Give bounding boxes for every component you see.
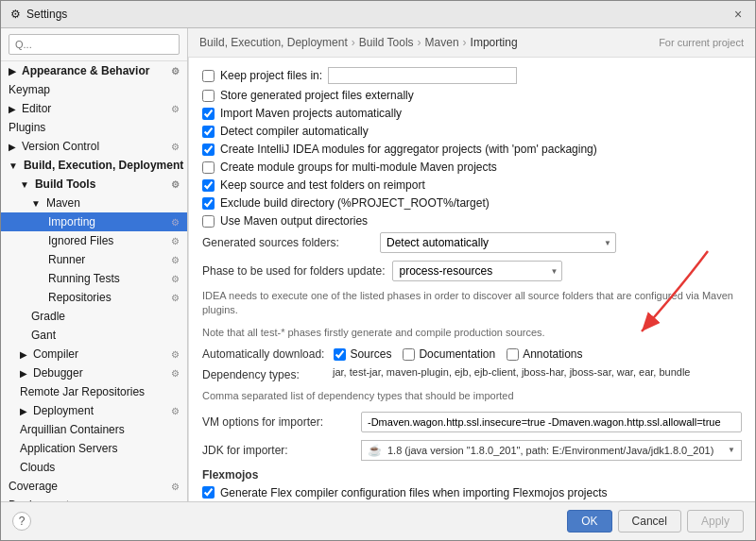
expand-arrow: ▶ bbox=[20, 368, 27, 379]
sidebar-item-importing[interactable]: Importing ⚙ bbox=[1, 212, 187, 231]
sidebar-item-app-servers[interactable]: Application Servers bbox=[1, 439, 187, 458]
sidebar-item-label: Build Tools bbox=[35, 178, 95, 191]
settings-icon: ⚙ bbox=[171, 236, 180, 246]
sidebar-item-label: Compiler bbox=[33, 347, 78, 361]
search-input[interactable] bbox=[9, 34, 180, 55]
sidebar-item-remote-jar[interactable]: Remote Jar Repositories bbox=[1, 382, 187, 401]
sidebar-item-label: Build, Execution, Deployment bbox=[24, 159, 183, 172]
bottom-bar: ? OK Cancel Apply bbox=[1, 501, 755, 540]
sidebar-item-editor[interactable]: ▶ Editor ⚙ bbox=[1, 99, 187, 118]
sidebar-item-label: Version Control bbox=[22, 140, 99, 153]
settings-icon: ⚙ bbox=[171, 293, 180, 303]
option-use-maven-output: Use Maven output directories bbox=[202, 214, 742, 228]
ok-button[interactable]: OK bbox=[567, 510, 611, 533]
keep-source-label: Keep source and test folders on reimport bbox=[220, 178, 425, 192]
dialog-title: Settings bbox=[26, 8, 67, 21]
sidebar-item-build-tools[interactable]: ▼ Build Tools ⚙ bbox=[1, 175, 187, 194]
settings-icon: ⚙ bbox=[171, 406, 180, 416]
breadcrumb-part2: Build Tools bbox=[359, 36, 414, 49]
sources-checkbox[interactable] bbox=[334, 348, 346, 361]
sidebar-item-debugger[interactable]: ▶ Debugger ⚙ bbox=[1, 363, 187, 382]
sources-checkbox-item: Sources bbox=[334, 347, 391, 361]
annotations-checkbox-item: Annotations bbox=[507, 347, 582, 361]
sidebar-item-arquillian[interactable]: Arquillian Containers bbox=[1, 420, 187, 439]
store-generated-checkbox[interactable] bbox=[202, 90, 215, 102]
flexmojos-title: Flexmojos bbox=[202, 468, 742, 482]
sidebar-item-label: Ignored Files bbox=[48, 234, 113, 247]
sidebar-item-gant[interactable]: Gant bbox=[1, 326, 187, 345]
sidebar-item-maven[interactable]: ▼ Maven bbox=[1, 194, 187, 212]
annotations-checkbox[interactable] bbox=[507, 348, 519, 361]
sidebar-item-clouds[interactable]: Clouds bbox=[1, 458, 187, 477]
documentation-checkbox[interactable] bbox=[403, 348, 415, 361]
jdk-icon: ☕ bbox=[368, 444, 382, 457]
detect-compiler-checkbox[interactable] bbox=[202, 126, 215, 138]
keep-project-files-label: Keep project files in: bbox=[220, 69, 322, 82]
flexmojos-checkbox[interactable] bbox=[202, 486, 215, 499]
option-keep-project-files: Keep project files in: bbox=[202, 67, 742, 84]
phase-select[interactable]: process-resources generate-resources com… bbox=[392, 261, 562, 281]
generated-sources-select[interactable]: Detect automatically target/generated-so… bbox=[380, 232, 616, 253]
exclude-build-checkbox[interactable] bbox=[202, 197, 215, 210]
expand-arrow: ▼ bbox=[9, 161, 18, 171]
close-button[interactable]: × bbox=[730, 7, 746, 22]
help-button[interactable]: ? bbox=[12, 512, 31, 531]
sidebar-item-compiler[interactable]: ▶ Compiler ⚙ bbox=[1, 345, 187, 363]
settings-icon: ⚙ bbox=[10, 8, 21, 21]
import-maven-checkbox[interactable] bbox=[202, 108, 215, 120]
sidebar-item-label: Remote Jar Repositories bbox=[20, 385, 145, 398]
content-area: Keep project files in: Store generated p… bbox=[188, 58, 755, 501]
sidebar-item-gradle[interactable]: Gradle bbox=[1, 307, 187, 326]
flexmojos-option: Generate Flex compiler configuration fil… bbox=[202, 486, 742, 499]
sidebar-item-label: Importing bbox=[48, 215, 95, 228]
create-intellij-checkbox[interactable] bbox=[202, 144, 215, 156]
sidebar-item-coverage[interactable]: Coverage ⚙ bbox=[1, 477, 187, 496]
breadcrumb-part3: Maven bbox=[425, 36, 459, 49]
expand-arrow: ▼ bbox=[31, 198, 41, 209]
sidebar-item-keymap[interactable]: Keymap bbox=[1, 80, 187, 99]
breadcrumb-part1: Build, Execution, Deployment bbox=[199, 36, 348, 49]
use-maven-output-checkbox[interactable] bbox=[202, 215, 215, 228]
vm-options-input[interactable] bbox=[361, 412, 742, 432]
documentation-checkbox-item: Documentation bbox=[403, 347, 495, 361]
sidebar-search-container bbox=[1, 28, 187, 61]
sidebar-item-running-tests[interactable]: Running Tests ⚙ bbox=[1, 269, 187, 288]
phase-update-label: Phase to be used for folders update: bbox=[202, 264, 385, 278]
auto-download-checkboxes: Sources Documentation Annotations bbox=[334, 347, 582, 361]
sidebar-item-appearance[interactable]: ▶ Appearance & Behavior ⚙ bbox=[1, 61, 187, 80]
sidebar-item-label: Appearance & Behavior bbox=[22, 64, 149, 77]
breadcrumb: Build, Execution, Deployment › Build Too… bbox=[199, 36, 518, 49]
sidebar-item-label: Repositories bbox=[48, 291, 112, 304]
cancel-button[interactable]: Cancel bbox=[618, 510, 681, 533]
sidebar: ▶ Appearance & Behavior ⚙ Keymap ▶ Edito… bbox=[1, 28, 188, 501]
settings-icon: ⚙ bbox=[171, 482, 180, 492]
sidebar-item-ignored-files[interactable]: Ignored Files ⚙ bbox=[1, 231, 187, 250]
project-link: For current project bbox=[659, 37, 744, 48]
create-module-groups-checkbox[interactable] bbox=[202, 161, 215, 174]
keep-project-files-checkbox[interactable] bbox=[202, 70, 215, 82]
hint-text-1: IDEA needs to execute one of the listed … bbox=[202, 289, 742, 318]
sidebar-item-plugins[interactable]: Plugins bbox=[1, 118, 187, 137]
expand-arrow: ▶ bbox=[20, 349, 27, 360]
settings-icon: ⚙ bbox=[171, 66, 180, 76]
flexmojos-label: Generate Flex compiler configuration fil… bbox=[220, 486, 608, 499]
sidebar-item-label: Coverage bbox=[9, 480, 58, 493]
keep-source-checkbox[interactable] bbox=[202, 179, 215, 192]
option-create-module-groups: Create module groups for multi-module Ma… bbox=[202, 161, 742, 174]
sidebar-item-build-exec[interactable]: ▼ Build, Execution, Deployment bbox=[1, 156, 187, 175]
settings-icon: ⚙ bbox=[171, 349, 180, 360]
apply-button[interactable]: Apply bbox=[687, 510, 744, 533]
breadcrumb-bar: Build, Execution, Deployment › Build Too… bbox=[188, 28, 755, 58]
sidebar-item-version-control[interactable]: ▶ Version Control ⚙ bbox=[1, 137, 187, 156]
generated-sources-select-wrapper: Detect automatically target/generated-so… bbox=[380, 232, 616, 253]
sidebar-item-deployment[interactable]: ▶ Deployment ⚙ bbox=[1, 401, 187, 420]
keep-project-files-input[interactable] bbox=[328, 67, 517, 84]
sources-label: Sources bbox=[350, 347, 391, 361]
use-maven-output-label: Use Maven output directories bbox=[220, 214, 368, 228]
action-buttons: OK Cancel Apply bbox=[567, 510, 744, 533]
store-generated-label: Store generated project files externally bbox=[220, 89, 414, 102]
dialog-body: ▶ Appearance & Behavior ⚙ Keymap ▶ Edito… bbox=[1, 28, 755, 501]
sidebar-item-runner[interactable]: Runner ⚙ bbox=[1, 250, 187, 269]
settings-icon: ⚙ bbox=[171, 142, 180, 152]
sidebar-item-repositories[interactable]: Repositories ⚙ bbox=[1, 288, 187, 307]
